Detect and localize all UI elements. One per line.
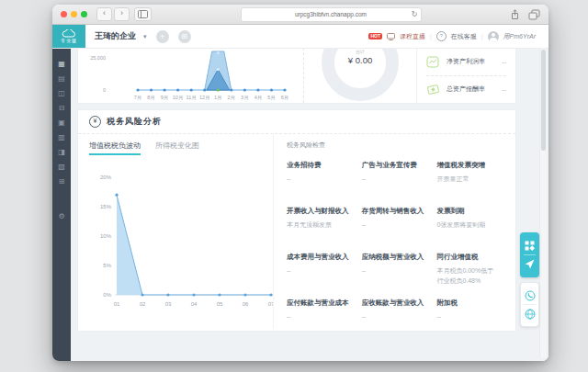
risk-item-entertainment[interactable]: 业务招待费--	[287, 161, 362, 207]
add-company-button[interactable]: +	[156, 30, 169, 43]
chrome-right-icons	[510, 9, 540, 20]
forward-button[interactable]: ›	[114, 7, 130, 21]
sidebar-item-voucher[interactable]: ▤	[54, 72, 69, 86]
logo-edition-label: 专业版	[61, 39, 77, 43]
tab-vat-burden[interactable]: 增值税税负波动	[89, 141, 141, 155]
svg-text:4月: 4月	[254, 95, 263, 101]
svg-text:20%: 20%	[100, 175, 112, 180]
app-logo[interactable]: 专业版	[52, 25, 85, 48]
sidebar-nav: ▦ ▤ ◫ ⊟ ▣ ▥ ◨ ▧ ⊞ ⚙	[52, 48, 71, 361]
avatar[interactable]	[488, 31, 499, 42]
risk-item-invoice-vs-report[interactable]: 开票收入与财报收入本月无顶额发票	[287, 207, 362, 253]
risk-item-vat-invoice-surge[interactable]: 增值税发票突增开票量正常	[436, 161, 508, 207]
svg-text:11月: 11月	[187, 95, 197, 101]
sidebar-toggle-icon	[138, 10, 148, 18]
panel-title: 税务风险检查	[287, 141, 508, 150]
svg-text:05: 05	[217, 301, 223, 307]
sidebar-item-invoice[interactable]: ▣	[54, 116, 69, 130]
browser-chrome: ‹ › urpcg3hibfvn.chanapp.com ↻	[52, 5, 548, 25]
donut-gauge: 合计 ¥ 0.00	[303, 48, 416, 103]
feedback-button[interactable]	[520, 255, 539, 273]
metric-list: 净资产利润率 -- 总资产报酬率 --	[416, 48, 515, 103]
paper-plane-icon	[525, 259, 535, 269]
globe-icon	[525, 309, 536, 320]
live-course-link[interactable]: 课程直播	[400, 32, 425, 41]
website-button[interactable]	[520, 305, 539, 322]
risk-item-payable-vs-cost[interactable]: 应付账款与营业成本--	[287, 299, 362, 344]
risk-item-surtax[interactable]: 附加税--	[436, 299, 508, 344]
fab-white-group	[520, 282, 539, 327]
sidebar-item-salary[interactable]: ◨	[54, 145, 69, 160]
donut-total-value: ¥ 0.00	[304, 55, 416, 65]
desktop-background: ‹ › urpcg3hibfvn.chanapp.com ↻	[0, 0, 588, 372]
svg-text:2月: 2月	[228, 95, 236, 101]
metric-row-return-rate[interactable]: 总资产报酬率 --	[426, 76, 506, 103]
risk-item-receivable-vs-revenue[interactable]: 应收账款与营业收入--	[362, 299, 437, 344]
address-bar[interactable]: urpcg3hibfvn.chanapp.com ↻	[241, 7, 422, 22]
back-button[interactable]: ‹	[96, 7, 112, 21]
more-products-button[interactable]	[520, 237, 539, 254]
zoom-window-button[interactable]	[81, 11, 87, 17]
sidebar-item-dashboard[interactable]: ▦	[54, 57, 69, 72]
hot-badge: HOT	[368, 33, 382, 39]
url-text: urpcg3hibfvn.chanapp.com	[295, 11, 367, 17]
vat-burden-chart: 20%15%10%5%0%01020304050607	[89, 155, 273, 322]
browser-window: ‹ › urpcg3hibfvn.chanapp.com ↻	[52, 5, 548, 361]
username[interactable]: 用Pm6YrAr	[503, 32, 536, 41]
svg-text:03: 03	[165, 301, 172, 307]
company-name[interactable]: 王琦的企业	[95, 30, 136, 42]
risk-item-inventory-turnover[interactable]: 存货周转与销售收入--	[362, 207, 437, 253]
minimize-window-button[interactable]	[71, 11, 77, 17]
risk-item-tax-vs-revenue[interactable]: 应纳税额与营业收入--	[362, 253, 437, 299]
risk-item-cost-vs-revenue[interactable]: 成本费用与营业收入--	[287, 253, 362, 299]
apps-menu-button[interactable]: ⊞	[178, 30, 191, 43]
tabs-icon[interactable]	[528, 9, 540, 20]
sidebar-item-reports[interactable]: ◫	[54, 86, 69, 101]
tax-risk-card: ¥ 税务风险分析 增值税税负波动 所得税变化图 20%15%10%5%0%010…	[78, 110, 515, 331]
app-header: 专业版 王琦的企业 ▾ + ⊞ HOT 课程直播 | ?	[52, 25, 548, 49]
live-course-icon	[387, 33, 395, 40]
svg-text:02: 02	[140, 301, 146, 307]
donut-label: 合计	[304, 49, 416, 54]
svg-text:1月: 1月	[214, 95, 222, 101]
sidebar-item-inventory[interactable]: ▥	[54, 130, 69, 145]
phone-icon	[525, 290, 536, 301]
svg-text:10月: 10月	[173, 95, 184, 101]
svg-text:01: 01	[114, 301, 120, 307]
risk-item-invoice-expiry[interactable]: 发票到期0张发票将要到期	[436, 207, 508, 253]
metric-label: 总资产报酬率	[447, 85, 485, 94]
sidebar-toggle-button[interactable]	[134, 7, 152, 21]
metric-row-profit-rate[interactable]: 净资产利润率 --	[426, 49, 506, 76]
risk-item-ads[interactable]: 广告与业务宣传费--	[362, 161, 437, 207]
metric-label: 净资产利润率	[447, 57, 485, 66]
main-content: 25,00007月8月9月10月11月12月1月2月3月4月5月6月 合计 ¥ …	[71, 48, 548, 361]
svg-text:10%: 10%	[100, 233, 112, 239]
risk-item-industry-vat[interactable]: 同行业增值税本月税负0.00%低于行业税负0.48%	[436, 253, 508, 299]
scrollbar-thumb[interactable]	[541, 50, 546, 151]
scrollbar-track[interactable]	[539, 48, 547, 358]
online-support-link[interactable]: 在线客服	[451, 32, 477, 41]
svg-text:15%: 15%	[100, 204, 112, 209]
tax-tabs: 增值税税负波动 所得税变化图	[89, 141, 273, 155]
app-area: 专业版 王琦的企业 ▾ + ⊞ HOT 课程直播 | ?	[52, 25, 548, 361]
traffic-lights	[61, 11, 87, 17]
cloud-icon	[62, 29, 76, 38]
refresh-icon[interactable]: ↻	[412, 8, 418, 20]
risk-item-grid: 业务招待费-- 广告与业务宣传费-- 增值税发票突增开票量正常 开票收入与财报收…	[287, 161, 508, 344]
profit-rate-icon	[426, 55, 440, 69]
svg-text:0%: 0%	[103, 292, 111, 298]
svg-text:04: 04	[191, 301, 198, 307]
share-icon[interactable]	[510, 9, 520, 20]
tax-risk-panel: 税务风险检查 业务招待费-- 广告与业务宣传费-- 增值税发票突增开票量正常 开…	[274, 134, 515, 329]
sidebar-item-apps[interactable]: ⊞	[54, 175, 69, 189]
svg-text:25,000: 25,000	[90, 55, 106, 61]
chevron-down-icon[interactable]: ▾	[143, 33, 147, 40]
close-window-button[interactable]	[61, 11, 67, 17]
tab-income-tax[interactable]: 所得税变化图	[155, 141, 199, 155]
sidebar-item-checkout[interactable]: ▧	[54, 160, 69, 175]
phone-support-button[interactable]	[520, 287, 539, 304]
sidebar-item-assets[interactable]: ⊟	[54, 101, 69, 116]
nav-buttons: ‹ ›	[96, 7, 130, 21]
return-rate-icon	[426, 83, 440, 96]
sidebar-item-settings[interactable]: ⚙	[54, 209, 69, 224]
